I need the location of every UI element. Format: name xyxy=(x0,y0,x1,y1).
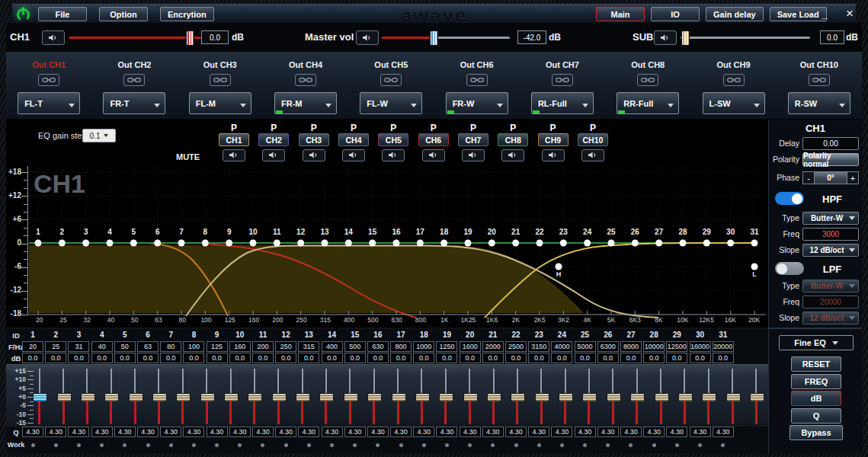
eq-point[interactable] xyxy=(59,240,66,247)
band-gain-field[interactable]: 0.0 xyxy=(229,353,251,363)
band-q-field[interactable]: 4.30 xyxy=(183,427,204,437)
link-channels-button[interactable] xyxy=(723,74,745,86)
eq-gain-fader[interactable] xyxy=(338,365,362,427)
eq-point[interactable] xyxy=(751,240,758,247)
link-channels-button[interactable] xyxy=(809,74,830,86)
band-gain-field[interactable]: 0.0 xyxy=(22,353,43,363)
band-q-field[interactable]: 4.30 xyxy=(620,427,642,437)
band-q-field[interactable]: 4.30 xyxy=(207,427,228,437)
band-q-field[interactable]: 4.30 xyxy=(367,427,389,437)
eq-point[interactable] xyxy=(584,240,591,247)
eq-gain-fader[interactable] xyxy=(505,365,529,427)
output-routing-select[interactable]: RL-Full xyxy=(531,92,594,114)
eq-point[interactable] xyxy=(417,240,424,247)
link-channels-button[interactable] xyxy=(295,74,316,86)
hpf-type-select[interactable]: Butter-W xyxy=(802,212,859,225)
button-reset[interactable]: RESET xyxy=(791,356,841,372)
band-gain-field[interactable]: 0.0 xyxy=(413,353,434,363)
eq-gain-fader[interactable] xyxy=(649,365,672,427)
hpf-handle[interactable] xyxy=(556,264,562,270)
band-gain-field[interactable]: 0.0 xyxy=(322,353,343,363)
sub-mute-button[interactable] xyxy=(654,30,677,45)
eq-point[interactable] xyxy=(345,240,352,247)
band-freq-field[interactable]: 8000 xyxy=(620,341,642,352)
tab-io[interactable]: IO xyxy=(651,7,700,21)
eq-point[interactable] xyxy=(130,240,137,247)
band-q-field[interactable]: 4.30 xyxy=(505,427,527,437)
eq-gain-fader[interactable] xyxy=(290,365,314,427)
hpf-slope-select[interactable]: 12 dB/oct xyxy=(802,244,859,257)
band-freq-field[interactable]: 40 xyxy=(91,341,113,352)
eq-gain-fader[interactable] xyxy=(553,365,577,427)
delay-field[interactable]: 0.00 xyxy=(802,137,859,150)
eq-gain-fader[interactable] xyxy=(242,365,266,427)
band-gain-field[interactable]: 0.0 xyxy=(68,353,89,363)
eq-point[interactable] xyxy=(536,240,543,247)
eq-point[interactable] xyxy=(608,240,615,247)
band-freq-field[interactable]: 20000 xyxy=(713,341,734,352)
band-q-field[interactable]: 4.30 xyxy=(528,427,549,437)
eq-gain-fader[interactable] xyxy=(601,365,625,427)
eq-gain-fader[interactable] xyxy=(386,365,409,427)
eq-gain-fader[interactable] xyxy=(147,365,171,427)
band-q-field[interactable]: 4.30 xyxy=(137,427,159,437)
link-channels-button[interactable] xyxy=(123,74,145,86)
band-q-field[interactable]: 4.30 xyxy=(575,427,596,437)
band-gain-field[interactable]: 0.0 xyxy=(45,353,66,363)
band-freq-field[interactable]: 250 xyxy=(275,341,296,352)
eq-point[interactable] xyxy=(107,240,114,247)
band-gain-field[interactable]: 0.0 xyxy=(137,353,159,363)
band-gain-field[interactable]: 0.0 xyxy=(298,353,319,363)
eq-gain-fader[interactable] xyxy=(625,365,649,427)
ch1-volume-field[interactable]: 0.0 xyxy=(201,30,229,44)
menu-file[interactable]: File xyxy=(38,7,87,21)
lpf-toggle[interactable] xyxy=(775,262,804,275)
band-gain-field[interactable]: 0.0 xyxy=(597,353,619,363)
band-freq-field[interactable]: 80 xyxy=(160,341,181,352)
band-q-field[interactable]: 4.30 xyxy=(713,427,734,437)
band-freq-field[interactable]: 1250 xyxy=(436,341,457,352)
phase-increase-button[interactable]: + xyxy=(847,171,859,184)
band-q-field[interactable]: 4.30 xyxy=(22,427,43,437)
eq-gain-fader[interactable] xyxy=(75,365,99,427)
band-freq-field[interactable]: 200 xyxy=(252,341,274,352)
band-q-field[interactable]: 4.30 xyxy=(344,427,366,437)
eq-point[interactable] xyxy=(154,240,161,247)
eq-gain-fader[interactable] xyxy=(434,365,457,427)
eq-point[interactable] xyxy=(369,240,376,247)
button-q[interactable]: Q xyxy=(791,408,841,423)
link-channels-button[interactable] xyxy=(210,74,231,86)
band-q-field[interactable]: 4.30 xyxy=(390,427,412,437)
band-q-field[interactable]: 4.30 xyxy=(68,427,89,437)
link-channels-button[interactable] xyxy=(466,74,488,86)
ch1-volume-handle[interactable] xyxy=(186,30,194,46)
band-freq-field[interactable]: 160 xyxy=(229,341,251,352)
eq-point[interactable] xyxy=(35,240,42,247)
minimize-button[interactable]: _ xyxy=(818,3,831,20)
eq-point[interactable] xyxy=(393,240,400,247)
band-q-field[interactable]: 4.30 xyxy=(690,427,711,437)
output-routing-select[interactable]: FL-W xyxy=(360,92,422,114)
output-routing-select[interactable]: FL-M xyxy=(189,92,251,114)
eq-gain-fader[interactable] xyxy=(195,365,219,427)
band-gain-field[interactable]: 0.0 xyxy=(436,353,457,363)
eq-gain-fader[interactable] xyxy=(267,365,290,427)
button-bypass[interactable]: Bypass xyxy=(790,425,843,440)
output-routing-select[interactable]: FL-T xyxy=(18,92,80,114)
eq-gain-fader[interactable] xyxy=(720,365,744,427)
eq-gain-fader[interactable] xyxy=(457,365,481,427)
band-gain-field[interactable]: 0.0 xyxy=(482,353,504,363)
band-gain-field[interactable]: 0.0 xyxy=(160,353,181,363)
band-freq-field[interactable]: 100 xyxy=(183,341,204,352)
output-routing-select[interactable]: RR-Full xyxy=(617,92,679,114)
eq-point[interactable] xyxy=(322,240,328,247)
output-routing-select[interactable]: R-SW xyxy=(788,92,850,114)
eq-gain-fader[interactable] xyxy=(530,365,553,427)
band-gain-field[interactable]: 0.0 xyxy=(505,353,527,363)
eq-gain-fader[interactable] xyxy=(482,365,505,427)
sub-volume-field[interactable]: 0.0 xyxy=(820,30,844,44)
band-freq-field[interactable]: 31 xyxy=(68,341,89,352)
band-q-field[interactable]: 4.30 xyxy=(460,427,481,437)
eq-gain-fader[interactable] xyxy=(577,365,601,427)
eq-point[interactable] xyxy=(274,240,280,247)
